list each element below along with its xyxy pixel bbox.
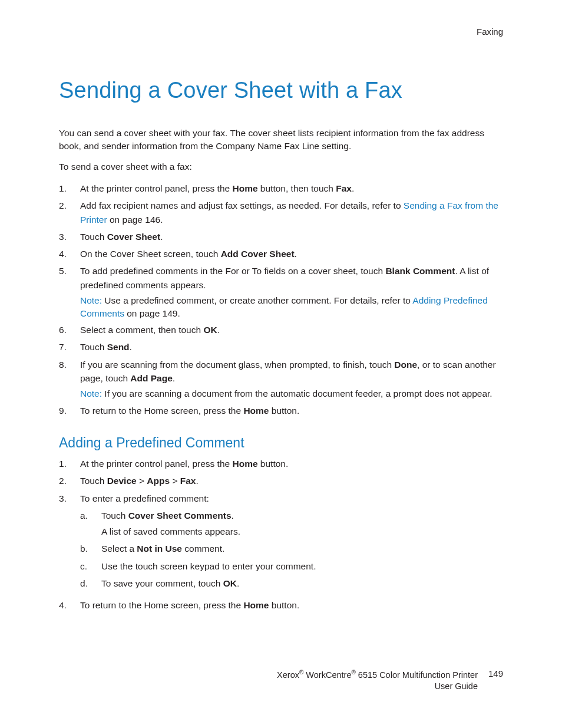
substep-c: Use the touch screen keypad to enter you…	[80, 559, 503, 573]
note-label: Note:	[80, 295, 102, 305]
pstep-2: Touch Device > Apps > Fax.	[59, 474, 503, 487]
substep-a: Touch Cover Sheet Comments. A list of sa…	[80, 509, 503, 539]
subsection-title: Adding a Predefined Comment	[59, 435, 503, 451]
substep-a-note: A list of saved comments appears.	[101, 525, 503, 538]
page-footer: Xerox® WorkCentre® 6515 Color Multifunct…	[59, 668, 503, 693]
step-9: To return to the Home screen, press the …	[59, 404, 503, 417]
step-5: To add predefined comments in the For or…	[59, 264, 503, 319]
page: Faxing Sending a Cover Sheet with a Fax …	[0, 0, 562, 728]
footer-product-line: Xerox® WorkCentre® 6515 Color Multifunct…	[277, 668, 478, 693]
step-8: If you are scanning from the document gl…	[59, 358, 503, 400]
substep-d: To save your comment, touch OK.	[80, 577, 503, 590]
registered-icon: ®	[351, 669, 355, 676]
intro-paragraph: You can send a cover sheet with your fax…	[59, 127, 503, 152]
pstep-3: To enter a predefined comment: Touch Cov…	[59, 492, 503, 591]
substep-b: Select a Not in Use comment.	[80, 542, 503, 555]
pstep-4: To return to the Home screen, press the …	[59, 598, 503, 612]
page-number: 149	[488, 668, 503, 678]
pstep-1: At the printer control panel, press the …	[59, 457, 503, 470]
step-5-note: Note: Use a predefined comment, or creat…	[80, 294, 503, 319]
lead-in-text: To send a cover sheet with a fax:	[59, 160, 503, 173]
step-1: At the printer control panel, press the …	[59, 182, 503, 195]
step-7: Touch Send.	[59, 340, 503, 354]
page-title: Sending a Cover Sheet with a Fax	[59, 78, 503, 103]
main-steps-list: At the printer control panel, press the …	[59, 182, 503, 417]
step-6: Select a comment, then touch OK.	[59, 323, 503, 337]
substeps-list: Touch Cover Sheet Comments. A list of sa…	[80, 509, 503, 590]
step-2: Add fax recipient names and adjust fax s…	[59, 199, 503, 226]
step-4: On the Cover Sheet screen, touch Add Cov…	[59, 247, 503, 261]
step-8-note: Note: If you are scanning a document fro…	[80, 387, 503, 400]
note-label: Note:	[80, 388, 102, 398]
step-3: Touch Cover Sheet.	[59, 230, 503, 243]
predefined-steps-list: At the printer control panel, press the …	[59, 457, 503, 612]
running-header: Faxing	[59, 27, 503, 37]
